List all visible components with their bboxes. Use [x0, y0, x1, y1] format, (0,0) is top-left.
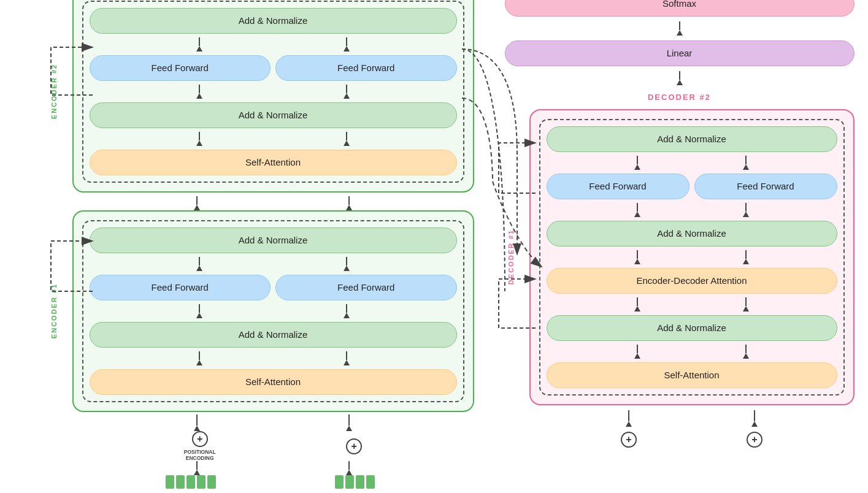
enc1-norm-arrows-up — [90, 304, 457, 318]
enc2-ff-right: Feed Forward — [275, 55, 457, 81]
dec-pos-arrows — [529, 410, 855, 427]
token-inputs: x₁ Thinking x₂ Machines — [72, 475, 474, 493]
enc1-self-attention: Self-Attention — [90, 369, 457, 395]
encoder2-label: ENCODER #2 — [50, 64, 58, 119]
enc2-self-attention: Self-Attention — [90, 150, 457, 175]
softmax-arrow — [505, 21, 855, 36]
pos-enc-row: + POSITIONALENCODING + — [72, 431, 474, 461]
enc2-add-norm-mid-row: Add & Normalize — [90, 102, 457, 128]
enc1-ff-right: Feed Forward — [275, 275, 457, 300]
decoder1-dashed: Add & Normalize Feed Forward Feed Forwar… — [539, 119, 845, 396]
dec1-add-norm-mid: Add & Normalize — [547, 221, 837, 246]
decoder-column: Softmax Linear DECODER #2 DECODER #1 Add… — [505, 0, 855, 493]
decoder1-box: Add & Normalize Feed Forward Feed Forwar… — [529, 109, 855, 405]
enc1-ff-row: Feed Forward Feed Forward — [90, 275, 457, 300]
encoder1-wrapper: ENCODER #1 Add & Normalize Feed Forward … — [72, 210, 474, 412]
dec1-sa-row: Self-Attention — [547, 362, 837, 388]
enc2-ff-arrows-up — [90, 37, 457, 52]
linear-row: Linear — [505, 40, 855, 66]
enc1-add-norm-top: Add & Normalize — [90, 227, 457, 253]
dec1-self-attention: Self-Attention — [547, 362, 837, 388]
enc2-add-norm-top-row: Add & Normalize — [90, 8, 457, 34]
dec1-add-norm-bot: Add & Normalize — [547, 315, 837, 341]
token-x2: x₂ Machines — [329, 475, 380, 493]
enc1-sa-arrows-up — [90, 351, 457, 365]
inter-encoder-arrows — [72, 196, 474, 210]
decoder2-label: DECODER #2 — [505, 90, 855, 104]
enc2-add-norm-top: Add & Normalize — [90, 8, 457, 34]
decoder1-wrapper: DECODER #1 Add & Normalize Feed Forward … — [529, 109, 855, 405]
enc2-sa-row: Self-Attention — [90, 150, 457, 175]
dec1-encoder-decoder-attention: Encoder-Decoder Attention — [547, 268, 837, 294]
decoder1-label: DECODER #1 — [507, 229, 515, 285]
plus-circle-1: + — [192, 431, 208, 447]
dec1-norm-arrows-up — [547, 203, 837, 217]
dec1-sa-arrows-up — [547, 345, 837, 359]
enc1-ff-left: Feed Forward — [90, 275, 271, 300]
dec1-ff-right: Feed Forward — [694, 174, 837, 199]
dec1-eda-row: Encoder-Decoder Attention — [547, 268, 837, 294]
softmax-row: Softmax — [505, 0, 855, 17]
dec-plus-row: + + — [529, 432, 855, 448]
dec1-ff-arrows-up — [547, 156, 837, 170]
enc2-ff-left: Feed Forward — [90, 55, 271, 81]
pos-enc-label: POSITIONALENCODING — [184, 449, 216, 461]
dec-plus-circle-1: + — [621, 432, 637, 448]
token-x1: x₁ Thinking — [166, 475, 216, 493]
linear-arrow — [505, 71, 855, 85]
plus-circle-2: + — [346, 438, 362, 454]
dec1-add-norm-top-row: Add & Normalize — [547, 126, 837, 152]
encoder2-wrapper: ENCODER #2 Add & Normalize Feed Forwa — [72, 0, 474, 193]
encoder2-dashed: Add & Normalize Feed Forward Feed Forwar… — [82, 1, 464, 183]
enc2-add-norm-mid: Add & Normalize — [90, 102, 457, 128]
enc2-ff-row: Feed Forward Feed Forward — [90, 55, 457, 81]
encoder1-label: ENCODER #1 — [50, 283, 58, 338]
dec1-eda-arrows-up — [547, 250, 837, 264]
dec1-ff-left: Feed Forward — [547, 174, 689, 199]
dec1-add-norm-bot-row: Add & Normalize — [547, 315, 837, 341]
encoder1-dashed: Add & Normalize Feed Forward Feed Forwar… — [82, 220, 464, 402]
softmax-block: Softmax — [505, 0, 855, 17]
token-x1-bars — [166, 475, 216, 489]
enc1-pos-arrows — [72, 415, 474, 431]
enc1-add-norm-top-row: Add & Normalize — [90, 227, 457, 253]
encoder1-box: Add & Normalize Feed Forward Feed Forwar… — [72, 210, 474, 412]
encoder2-box: Add & Normalize Feed Forward Feed Forwar… — [72, 0, 474, 193]
dec1-add-norm-mid-row: Add & Normalize — [547, 221, 837, 246]
linear-block: Linear — [505, 40, 855, 66]
token-x2-bars — [335, 475, 375, 489]
enc2-norm-arrows-up — [90, 85, 457, 99]
transformer-diagram: ENCODER #2 Add & Normalize Feed Forwa — [14, 0, 855, 493]
dec1-sa-norm-arrows-up — [547, 297, 837, 311]
enc1-sa-row: Self-Attention — [90, 369, 457, 395]
dec1-add-norm-top: Add & Normalize — [547, 126, 837, 152]
encoder-column: ENCODER #2 Add & Normalize Feed Forwa — [45, 0, 474, 493]
enc1-add-norm-mid: Add & Normalize — [90, 322, 457, 348]
dec1-ff-row: Feed Forward Feed Forward — [547, 174, 837, 199]
enc1-ff-arrows-up — [90, 257, 457, 271]
enc2-sa-arrows-up — [90, 132, 457, 146]
input-arrows — [72, 461, 474, 475]
enc1-add-norm-mid-row: Add & Normalize — [90, 322, 457, 348]
dec-plus-circle-2: + — [747, 432, 762, 448]
